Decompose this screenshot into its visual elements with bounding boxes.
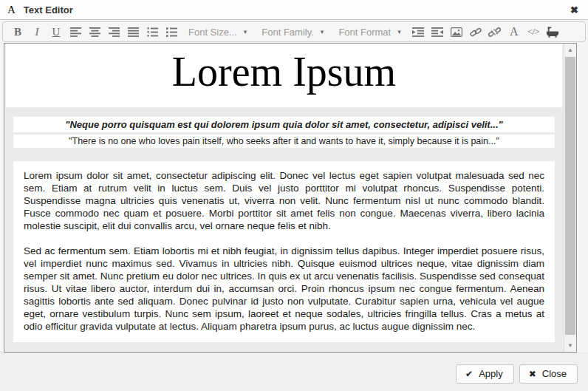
dialog-footer: ✔ Apply ✖ Close bbox=[0, 353, 588, 391]
vertical-scrollbar[interactable]: ▲ ▼ bbox=[564, 44, 576, 352]
justify-icon bbox=[128, 27, 139, 37]
indent-button[interactable] bbox=[408, 23, 428, 41]
align-left-button[interactable] bbox=[66, 23, 85, 41]
dropdown-caret-icon: ▾ bbox=[397, 28, 401, 35]
outdent-button[interactable] bbox=[428, 23, 447, 41]
scroll-up-icon[interactable]: ▲ bbox=[564, 44, 576, 56]
close-icon[interactable]: ✖ bbox=[568, 4, 581, 16]
scroll-down-icon[interactable]: ▼ bbox=[564, 339, 576, 352]
align-right-button[interactable] bbox=[104, 23, 123, 41]
body-text-block: Lorem ipsum dolor sit amet, consectetur … bbox=[13, 161, 555, 342]
justify-button[interactable] bbox=[123, 23, 143, 41]
close-x-icon: ✖ bbox=[529, 369, 536, 379]
latin-quote: "Neque porro quisquam est qui dolorem ip… bbox=[13, 117, 555, 132]
align-left-icon bbox=[70, 27, 81, 37]
align-center-button[interactable] bbox=[85, 23, 104, 41]
close-button-label: Close bbox=[542, 368, 567, 379]
font-format-dropdown[interactable]: Font Format ▾ bbox=[338, 27, 400, 38]
unordered-list-button[interactable] bbox=[162, 23, 181, 41]
font-family-dropdown[interactable]: Font Family. ▾ bbox=[261, 27, 324, 38]
source-code-button[interactable]: </> bbox=[524, 23, 543, 41]
font-color-button[interactable]: A bbox=[505, 23, 524, 41]
unlink-icon bbox=[488, 27, 501, 38]
editor-toolbar: B I U Font Size... ▾ Font Family. ▾ Font… bbox=[2, 21, 586, 42]
outdent-icon bbox=[431, 27, 443, 37]
heading-block: Lorem Ipsum bbox=[6, 44, 562, 107]
link-button[interactable] bbox=[466, 23, 485, 41]
unordered-list-icon bbox=[166, 27, 177, 37]
close-button[interactable]: ✖ Close bbox=[519, 364, 578, 384]
insert-image-button[interactable] bbox=[447, 23, 466, 41]
align-center-icon bbox=[89, 27, 100, 37]
dialog-title: Text Editor bbox=[24, 4, 73, 16]
font-size-dropdown[interactable]: Font Size... ▾ bbox=[188, 27, 247, 38]
apply-check-icon: ✔ bbox=[465, 369, 473, 379]
clean-formatting-button[interactable] bbox=[543, 23, 562, 41]
scrollbar-thumb[interactable] bbox=[565, 57, 575, 335]
bathtub-icon bbox=[546, 27, 559, 38]
text-editor-icon: A bbox=[7, 4, 16, 16]
apply-button[interactable]: ✔ Apply bbox=[456, 364, 514, 384]
dropdown-caret-icon: ▾ bbox=[321, 28, 324, 35]
translation-quote: "There is no one who loves pain itself, … bbox=[13, 135, 555, 148]
ordered-list-icon bbox=[147, 27, 158, 37]
dialog-titlebar: A Text Editor ✖ bbox=[0, 0, 588, 20]
document-heading: Lorem Ipsum bbox=[6, 50, 562, 95]
ordered-list-button[interactable] bbox=[143, 23, 162, 41]
unlink-button[interactable] bbox=[485, 23, 505, 41]
font-format-label: Font Format bbox=[338, 27, 391, 38]
paragraph: Lorem ipsum dolor sit amet, consectetur … bbox=[24, 169, 544, 232]
italic-button[interactable]: I bbox=[27, 23, 47, 41]
footer-buttons: ✔ Apply ✖ Close bbox=[456, 364, 578, 384]
underline-button[interactable]: U bbox=[47, 23, 66, 41]
apply-button-label: Apply bbox=[479, 368, 503, 379]
bold-button[interactable]: B bbox=[8, 23, 27, 41]
align-right-icon bbox=[109, 27, 120, 37]
editor-canvas[interactable]: Lorem Ipsum "Neque porro quisquam est qu… bbox=[4, 44, 564, 352]
indent-icon bbox=[412, 27, 424, 37]
dropdown-caret-icon: ▾ bbox=[244, 28, 247, 35]
editor-content-area: Lorem Ipsum "Neque porro quisquam est qu… bbox=[4, 43, 577, 353]
link-icon bbox=[470, 27, 482, 38]
paragraph: Sed ac fermentum sem. Etiam lobortis mi … bbox=[24, 245, 544, 333]
image-icon bbox=[451, 27, 462, 37]
font-size-label: Font Size... bbox=[188, 27, 237, 38]
font-family-label: Font Family. bbox=[261, 27, 314, 38]
